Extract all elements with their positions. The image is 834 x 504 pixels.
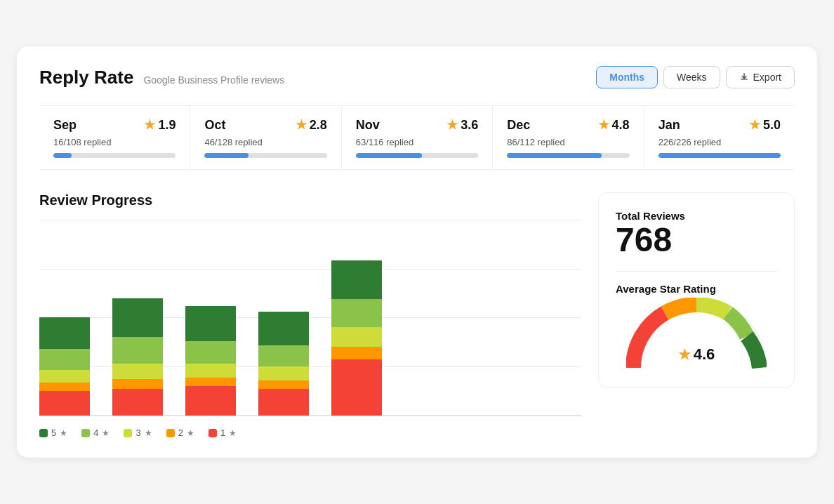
months-button[interactable]: Months bbox=[596, 66, 658, 88]
bar-group bbox=[258, 312, 309, 416]
export-icon bbox=[739, 72, 749, 82]
bottom-section: Review Progress 5 ★ 4 ★ 3 ★ bbox=[39, 192, 795, 438]
month-top: Nov ★ 3.6 bbox=[356, 117, 478, 133]
header: Reply Rate Google Business Profile revie… bbox=[39, 66, 795, 88]
legend-dot bbox=[39, 429, 48, 437]
bar-segment bbox=[331, 347, 382, 359]
legend-dot bbox=[208, 429, 217, 437]
grid-line bbox=[39, 220, 581, 220]
stats-panel: Total Reviews 768 Average Star Rating bbox=[598, 192, 795, 388]
month-name: Dec bbox=[507, 118, 530, 133]
avg-rating-section: Average Star Rating bbox=[616, 283, 777, 371]
chart-section: Review Progress 5 ★ 4 ★ 3 ★ bbox=[39, 192, 581, 438]
month-rating: ★ 5.0 bbox=[749, 117, 781, 133]
bar-segment bbox=[258, 366, 309, 380]
gauge-wrap: ★ 4.6 bbox=[626, 298, 767, 371]
export-button[interactable]: Export bbox=[726, 66, 795, 88]
legend-star: ★ bbox=[102, 428, 110, 438]
bar-segment bbox=[112, 298, 163, 337]
gauge-star-icon: ★ bbox=[678, 346, 691, 363]
bar-segment bbox=[112, 337, 163, 364]
legend-dot bbox=[81, 429, 90, 437]
month-rating: ★ 4.8 bbox=[598, 117, 630, 133]
legend-star: ★ bbox=[145, 428, 152, 438]
bar-segment bbox=[331, 327, 382, 347]
bar-group bbox=[39, 317, 90, 416]
month-card: Jan ★ 5.0 226/226 replied bbox=[644, 106, 795, 169]
gauge-container: ★ 4.6 bbox=[616, 298, 777, 371]
month-card: Dec ★ 4.8 86/112 replied bbox=[493, 106, 644, 169]
total-reviews-section: Total Reviews 768 bbox=[616, 210, 777, 260]
chart-title: Review Progress bbox=[39, 192, 581, 208]
month-card: Oct ★ 2.8 46/128 replied bbox=[190, 106, 341, 169]
star-icon: ★ bbox=[296, 117, 307, 133]
divider bbox=[616, 271, 777, 272]
chart-area bbox=[39, 220, 581, 416]
bar-segment bbox=[39, 317, 90, 349]
legend-dot bbox=[166, 429, 175, 437]
page-title: Reply Rate bbox=[39, 67, 133, 88]
stacked-bar bbox=[112, 298, 163, 416]
legend-item: 3 ★ bbox=[124, 427, 152, 438]
legend-label: 1 bbox=[220, 427, 225, 438]
bar-segment bbox=[185, 306, 236, 341]
progress-bar-bg bbox=[53, 153, 176, 158]
bar-segment bbox=[331, 260, 382, 299]
replied-text: 86/112 replied bbox=[507, 137, 629, 147]
legend-label: 3 bbox=[135, 427, 140, 438]
gauge-value: ★ 4.6 bbox=[678, 345, 715, 364]
bar-segment bbox=[258, 389, 309, 416]
total-value: 768 bbox=[616, 223, 777, 257]
progress-bar-bg bbox=[658, 153, 781, 158]
progress-bar-fill bbox=[658, 153, 781, 158]
star-icon: ★ bbox=[144, 117, 155, 133]
bar-group bbox=[331, 260, 382, 416]
bar-segment bbox=[185, 341, 236, 364]
bar-group bbox=[185, 306, 236, 416]
progress-bar-fill bbox=[356, 153, 422, 158]
bar-segment bbox=[112, 364, 163, 379]
rating-label: Average Star Rating bbox=[616, 283, 777, 295]
legend-label: 5 bbox=[51, 427, 56, 438]
month-top: Jan ★ 5.0 bbox=[658, 117, 781, 133]
legend-star: ★ bbox=[60, 428, 67, 438]
month-row: Sep ★ 1.9 16/108 replied Oct ★ 2.8 46/12… bbox=[39, 105, 795, 170]
stacked-bar bbox=[39, 317, 90, 416]
progress-bar-fill bbox=[507, 153, 601, 158]
stacked-bar bbox=[331, 260, 382, 416]
legend-star: ★ bbox=[187, 428, 194, 438]
bar-segment bbox=[39, 383, 90, 391]
header-controls: Months Weeks Export bbox=[596, 66, 795, 88]
month-card: Nov ★ 3.6 63/116 replied bbox=[342, 106, 493, 169]
progress-bar-bg bbox=[507, 153, 629, 158]
weeks-button[interactable]: Weeks bbox=[663, 66, 720, 88]
bar-group bbox=[112, 298, 163, 416]
bar-segment bbox=[258, 312, 309, 345]
replied-text: 226/226 replied bbox=[658, 137, 781, 147]
progress-bar-fill bbox=[204, 153, 249, 158]
month-card: Sep ★ 1.9 16/108 replied bbox=[39, 106, 190, 169]
month-top: Oct ★ 2.8 bbox=[204, 117, 326, 133]
bar-segment bbox=[39, 349, 90, 370]
bar-segment bbox=[185, 378, 236, 386]
month-name: Jan bbox=[658, 118, 680, 133]
legend-label: 2 bbox=[178, 427, 183, 438]
legend-item: 1 ★ bbox=[208, 427, 237, 438]
rating-value: 4.6 bbox=[694, 345, 715, 364]
bar-segment bbox=[331, 299, 382, 327]
month-rating: ★ 3.6 bbox=[446, 117, 478, 133]
star-icon: ★ bbox=[749, 117, 760, 133]
export-label: Export bbox=[753, 72, 781, 83]
month-name: Sep bbox=[53, 118, 77, 133]
bar-segment bbox=[185, 386, 236, 416]
bar-segment bbox=[39, 391, 90, 416]
bar-segment bbox=[331, 359, 382, 416]
page-subtitle: Google Business Profile reviews bbox=[143, 74, 284, 86]
progress-bar-bg bbox=[356, 153, 478, 158]
legend-item: 5 ★ bbox=[39, 427, 67, 438]
bar-segment bbox=[258, 380, 309, 389]
month-rating: ★ 1.9 bbox=[144, 117, 176, 133]
star-icon: ★ bbox=[598, 117, 609, 133]
chart-legend: 5 ★ 4 ★ 3 ★ 2 ★ 1 ★ bbox=[39, 427, 581, 438]
bar-segment bbox=[112, 379, 163, 389]
